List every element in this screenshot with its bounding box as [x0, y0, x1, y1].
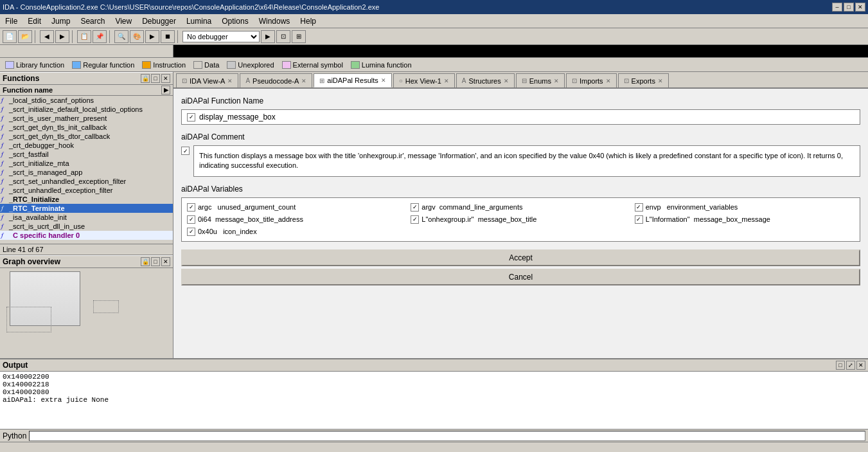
- menu-options[interactable]: Options: [217, 15, 253, 27]
- toolbar-stop[interactable]: ⏹: [161, 30, 175, 43]
- tab-close-imports[interactable]: ✕: [606, 78, 611, 84]
- var-checkbox-0i64[interactable]: ✓: [187, 215, 195, 224]
- menu-windows[interactable]: Windows: [254, 15, 296, 27]
- tab-hex-view[interactable]: ○ Hex View-1 ✕: [393, 73, 455, 87]
- status-bar: [0, 442, 868, 452]
- address-bar-row: [0, 45, 868, 58]
- func-item[interactable]: 𝑓 _scrt_is_managed_app: [0, 168, 173, 177]
- output-resize-btn[interactable]: ⤢: [846, 361, 855, 370]
- menu-help[interactable]: Help: [295, 15, 321, 27]
- debugger-combo[interactable]: No debugger: [182, 31, 260, 42]
- func-item[interactable]: 𝑓 _crt_debugger_hook: [0, 141, 173, 150]
- func-item[interactable]: 𝑓 _scrt_get_dyn_tls_dtor_callback: [0, 132, 173, 141]
- tab-exports[interactable]: ⊡ Exports ✕: [618, 73, 669, 87]
- func-name: _local_stdio_scanf_options: [9, 96, 94, 104]
- tab-aidapal[interactable]: ⊞ aiDAPal Results ✕: [314, 73, 391, 87]
- legend-regular-color: [72, 61, 81, 69]
- functions-panel-controls: 🔒 □ ✕: [141, 74, 170, 83]
- legend-lumina-label: Lumina function: [362, 61, 412, 69]
- graph-close-btn[interactable]: ✕: [161, 257, 170, 266]
- functions-float-btn[interactable]: □: [151, 74, 160, 83]
- toolbar-search[interactable]: 🔍: [114, 30, 128, 43]
- func-item[interactable]: 𝑓 _scrt_initialize_default_local_stdio_o…: [0, 105, 173, 114]
- func-item[interactable]: 𝑓 _scrt_initialize_mta: [0, 159, 173, 168]
- func-item[interactable]: 𝑓 _scrt_set_unhandled_exception_filter: [0, 177, 173, 186]
- menu-lumina[interactable]: Lumina: [181, 15, 217, 27]
- tab-close-hex[interactable]: ✕: [444, 78, 449, 84]
- tab-close-struct[interactable]: ✕: [504, 78, 509, 84]
- var-checkbox-envp[interactable]: ✓: [635, 203, 643, 212]
- tab-close-ida[interactable]: ✕: [227, 78, 233, 84]
- graph-lock-btn[interactable]: 🔒: [141, 257, 150, 266]
- graph-small-box: [93, 300, 119, 313]
- minimize-button[interactable]: –: [832, 3, 842, 12]
- graph-float-btn[interactable]: □: [151, 257, 160, 266]
- var-checkbox-icon[interactable]: ✓: [187, 228, 195, 236]
- toolbar-paste[interactable]: 📌: [93, 30, 107, 43]
- output-title: Output: [3, 361, 28, 370]
- func-list-scroll[interactable]: 𝑓 _local_stdio_scanf_options 𝑓 _scrt_ini…: [0, 96, 173, 244]
- func-item[interactable]: 𝑓 _scrt_unhandled_exception_filter: [0, 186, 173, 195]
- python-input[interactable]: [29, 431, 865, 441]
- func-item[interactable]: 𝑓 _scrt_is_ucrt_dll_in_use: [0, 222, 173, 231]
- col-scroll-btn[interactable]: ▶: [161, 86, 170, 95]
- toolbar-debug-play[interactable]: ▶: [261, 30, 275, 43]
- tab-ida-view-a[interactable]: ⊡ IDA View-A ✕: [176, 73, 238, 87]
- toolbar-open[interactable]: 📂: [18, 30, 32, 43]
- close-button[interactable]: ✕: [855, 3, 865, 12]
- accept-button[interactable]: Accept: [181, 249, 860, 266]
- python-bar: Python: [0, 429, 868, 442]
- toolbar-color[interactable]: 🎨: [130, 30, 144, 43]
- menu-edit[interactable]: Edit: [22, 15, 46, 27]
- maximize-button[interactable]: □: [844, 3, 854, 12]
- left-panels: Functions 🔒 □ ✕ Function name ▶ 𝑓 _local…: [0, 72, 173, 358]
- output-close-btn[interactable]: ✕: [856, 361, 865, 370]
- function-name-col: Function name: [3, 86, 53, 94]
- tab-label-struct: Structures: [469, 77, 501, 85]
- toolbar-step2[interactable]: ⊞: [292, 30, 306, 43]
- function-name-checkbox[interactable]: ✓: [187, 113, 195, 122]
- functions-lock-btn[interactable]: 🔒: [141, 74, 150, 83]
- func-item-selected[interactable]: 𝑓 _RTC_Terminate: [0, 204, 173, 213]
- menu-search[interactable]: Search: [75, 15, 110, 27]
- output-float-btn[interactable]: □: [836, 361, 845, 370]
- func-item[interactable]: 𝑓 _scrt_fastfail: [0, 150, 173, 159]
- tab-enums[interactable]: ⊟ Enums ✕: [516, 73, 565, 87]
- functions-close-btn[interactable]: ✕: [161, 74, 170, 83]
- func-item[interactable]: 𝑓 _isa_available_init: [0, 213, 173, 222]
- variables-section-label: aiDAPal Variables: [181, 185, 860, 194]
- var-checkbox-argc[interactable]: ✓: [187, 203, 195, 212]
- comment-checkbox[interactable]: ✓: [181, 147, 190, 155]
- toolbar-new[interactable]: 📄: [3, 30, 17, 43]
- tab-close-aidapal[interactable]: ✕: [381, 77, 386, 84]
- var-checkbox-argv[interactable]: ✓: [411, 203, 419, 212]
- var-checkbox-message[interactable]: ✓: [635, 215, 643, 224]
- toolbar-forward[interactable]: ▶: [55, 30, 69, 43]
- toolbar-step[interactable]: ⊡: [276, 30, 290, 43]
- tab-close-pseudo[interactable]: ✕: [301, 78, 306, 84]
- var-item-argv: ✓ argv command_line_arguments: [411, 203, 630, 212]
- menu-view[interactable]: View: [110, 15, 137, 27]
- toolbar-copy[interactable]: 📋: [77, 30, 91, 43]
- menu-debugger[interactable]: Debugger: [137, 15, 181, 27]
- tab-close-exports[interactable]: ✕: [658, 78, 663, 84]
- menu-file[interactable]: File: [0, 15, 22, 27]
- var-checkbox-title[interactable]: ✓: [411, 215, 419, 224]
- func-item[interactable]: 𝑓 _RTC_Initialize: [0, 195, 173, 204]
- var-name-message: L"Information" message_box_message: [646, 215, 770, 223]
- tab-structures[interactable]: A Structures ✕: [456, 73, 515, 87]
- func-item-special[interactable]: 𝑓 C specific handler 0: [0, 231, 173, 240]
- func-item[interactable]: 𝑓 _scrt_is_user_matherr_present: [0, 114, 173, 123]
- func-item[interactable]: 𝑓 _scrt_get_dyn_tls_init_callback: [0, 123, 173, 132]
- func-item[interactable]: 𝑓 _local_stdio_scanf_options: [0, 96, 173, 105]
- toolbar-run[interactable]: ▶: [145, 30, 159, 43]
- toolbar-back[interactable]: ◀: [40, 30, 54, 43]
- sep2: [72, 30, 75, 43]
- menu-jump[interactable]: Jump: [46, 15, 75, 27]
- tab-imports[interactable]: ⊡ Imports ✕: [566, 73, 617, 87]
- legend-data-label: Data: [204, 61, 219, 69]
- tab-pseudocode-a[interactable]: A Pseudocode-A ✕: [240, 73, 312, 87]
- cancel-button[interactable]: Cancel: [181, 269, 860, 285]
- tab-close-enums[interactable]: ✕: [554, 78, 559, 84]
- output-line-2: 0x140002218: [3, 381, 865, 388]
